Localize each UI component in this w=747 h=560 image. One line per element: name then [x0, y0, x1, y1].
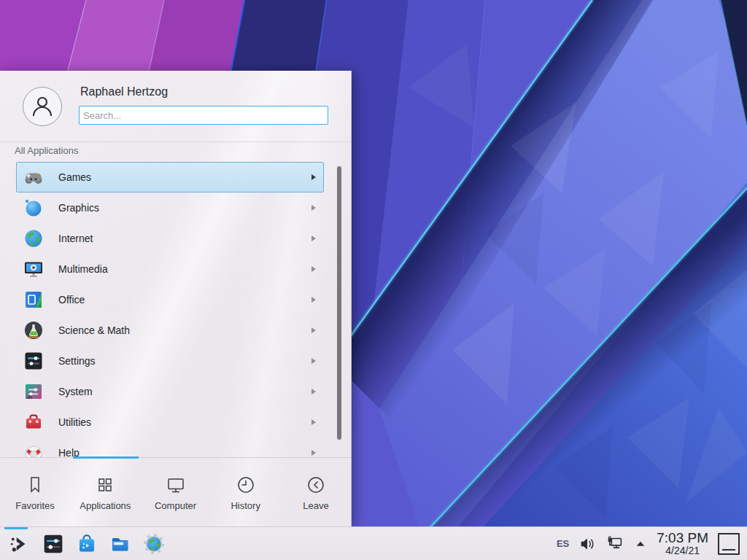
desktop: Raphael Hertzog All Applications Games	[0, 0, 747, 560]
launcher-header: Raphael Hertzog	[0, 71, 351, 142]
color-sliders-icon	[23, 381, 44, 402]
lifebuoy-icon	[23, 443, 44, 457]
discover-bag-icon	[76, 533, 98, 555]
menu-item-science-math[interactable]: Science & Math	[16, 315, 324, 346]
bookmark-icon	[25, 475, 45, 495]
submenu-arrow-icon	[311, 419, 316, 425]
menu-item-label: System	[58, 386, 93, 397]
menu-item-games[interactable]: Games	[16, 162, 324, 192]
browser-globe-gear-icon	[143, 533, 165, 555]
tab-label: Leave	[303, 500, 328, 511]
blue-sphere-icon	[23, 198, 44, 218]
pager-line	[722, 549, 735, 551]
menu-item-multimedia[interactable]: Multimedia	[16, 254, 324, 284]
tab-label: Computer	[155, 500, 196, 511]
kde-launcher-icon	[8, 532, 31, 556]
clock-date: 4/24/21	[657, 545, 708, 556]
flask-icon	[23, 320, 44, 341]
launcher-active-indicator	[4, 527, 28, 529]
user-avatar[interactable]	[23, 87, 62, 126]
menu-item-system[interactable]: System	[16, 376, 324, 407]
clock-icon	[236, 475, 256, 495]
tab-computer[interactable]: Computer	[140, 458, 210, 527]
application-launcher-button[interactable]	[7, 532, 32, 556]
leave-circle-icon	[306, 475, 326, 495]
submenu-arrow-icon	[311, 389, 316, 394]
show-desktop-widget[interactable]	[718, 533, 740, 555]
monitor-icon	[166, 475, 186, 495]
menu-item-label: Graphics	[58, 202, 99, 214]
file-manager-button[interactable]	[108, 532, 133, 556]
discover-button[interactable]	[74, 532, 99, 556]
active-tab-indicator	[73, 456, 139, 459]
dark-sliders-icon	[23, 351, 44, 371]
tab-favorites[interactable]: Favorites	[0, 458, 70, 527]
menu-item-settings[interactable]: Settings	[16, 346, 324, 376]
submenu-arrow-icon	[311, 174, 316, 180]
tab-history[interactable]: History	[211, 458, 281, 527]
menu-item-label: Science & Math	[58, 324, 130, 336]
tray-expander-icon[interactable]	[634, 537, 647, 551]
category-list: Games Graphics	[0, 162, 351, 457]
system-tray: ES 7:03 PM 4/24/21	[557, 531, 740, 556]
menu-item-help[interactable]: Help	[16, 438, 324, 457]
submenu-arrow-icon	[311, 450, 316, 456]
menu-item-label: Games	[58, 171, 91, 183]
tab-label: History	[231, 500, 260, 511]
submenu-arrow-icon	[311, 205, 316, 211]
globe-icon	[23, 228, 44, 249]
menu-item-utilities[interactable]: Utilities	[16, 407, 324, 438]
search-input[interactable]	[79, 106, 328, 125]
section-label: All Applications	[15, 145, 78, 156]
digital-clock[interactable]: 7:03 PM 4/24/21	[657, 531, 708, 556]
menu-item-graphics[interactable]: Graphics	[16, 192, 324, 223]
taskbar-panel: ES 7:03 PM 4/24/21	[0, 526, 747, 560]
system-settings-button[interactable]	[41, 532, 66, 556]
application-launcher-popup: Raphael Hertzog All Applications Games	[0, 71, 352, 526]
menu-item-label: Utilities	[58, 416, 91, 428]
tab-label: Applications	[80, 500, 131, 511]
menu-item-label: Internet	[58, 233, 93, 244]
gamepad-icon	[23, 167, 44, 187]
launcher-footer-tabs: Favorites Applications	[0, 457, 351, 527]
scrollbar-thumb[interactable]	[337, 166, 341, 440]
tab-label: Favorites	[15, 500, 54, 511]
document-icon	[23, 289, 44, 310]
menu-item-label: Settings	[58, 355, 96, 367]
submenu-arrow-icon	[311, 236, 316, 241]
menu-item-internet[interactable]: Internet	[16, 223, 324, 254]
volume-icon[interactable]	[578, 534, 596, 553]
clock-time: 7:03 PM	[657, 531, 708, 545]
network-icon[interactable]	[605, 534, 624, 553]
keyboard-layout-indicator[interactable]: ES	[557, 538, 569, 549]
web-browser-button[interactable]	[142, 532, 166, 556]
menu-item-office[interactable]: Office	[16, 284, 324, 315]
monitor-play-icon	[23, 259, 44, 279]
tab-leave[interactable]: Leave	[281, 458, 351, 527]
toolbox-icon	[23, 412, 44, 432]
submenu-arrow-icon	[311, 297, 316, 303]
menu-item-label: Office	[58, 294, 85, 306]
menu-item-label: Help	[58, 447, 80, 457]
submenu-arrow-icon	[311, 327, 316, 333]
folder-icon	[109, 533, 131, 555]
submenu-arrow-icon	[311, 358, 316, 364]
grid-icon	[95, 475, 115, 495]
submenu-arrow-icon	[311, 266, 316, 272]
user-name: Raphael Hertzog	[80, 85, 168, 98]
system-settings-icon	[42, 533, 64, 555]
user-icon	[30, 94, 55, 119]
menu-item-label: Multimedia	[58, 263, 108, 275]
tab-applications[interactable]: Applications	[70, 458, 140, 527]
